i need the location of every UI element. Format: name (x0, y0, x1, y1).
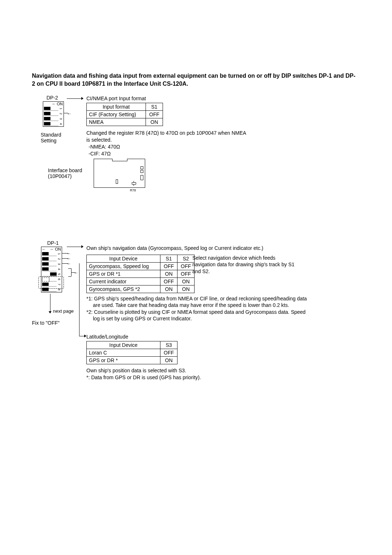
dp1-nav-title: Own ship's navigation data (Gyrocompass,… (86, 245, 263, 251)
page-content: Navigation data and fishing data input f… (32, 72, 359, 422)
dp1-nav-device-table: Input Device S1 S2 Gyrocompass, Sppeed l… (86, 255, 195, 293)
table-cell: Current indicator (87, 278, 160, 285)
standard-setting-label: Standard Setting (41, 132, 77, 143)
dp2-note-line: -CIF: 47Ω (86, 151, 111, 157)
table-cell: ON (177, 278, 195, 285)
table-cell: Loran C (87, 349, 160, 357)
interface-board-label: Interface board (10P0047) (48, 167, 95, 179)
latlon-notes: Own ship's position data is selected wit… (86, 367, 201, 381)
table-cell: OFF (160, 263, 177, 270)
dp1-label: DP-1 (47, 240, 59, 246)
intro-text: Navigation data and fishing data input f… (32, 72, 359, 88)
table-cell: ON (177, 285, 195, 293)
dp2-note-line: -NMEA: 470Ω (86, 144, 120, 150)
table-cell: NMEA (87, 118, 146, 126)
dp2-note-line: Changed the register R78 (47Ω) to 470Ω o… (86, 130, 246, 143)
table-cell: CIF (Factory Setting) (87, 111, 146, 118)
table-cell: OFF (160, 349, 177, 357)
table-header: S2 (177, 255, 195, 263)
table-header: S3 (160, 341, 177, 349)
table-cell: Gyrocompass, Sppeed log (87, 263, 160, 270)
dp2-label: DP-2 (46, 95, 58, 101)
next-page-label: next page (53, 308, 74, 314)
dip-on-marker: ON (43, 102, 64, 106)
r78-label: R78 (130, 189, 136, 192)
table-cell: ON (146, 118, 163, 126)
pcb-icon (94, 159, 145, 188)
dp2-input-format-table: Input format S1 CIF (Factory Setting) OF… (86, 103, 163, 126)
table-header: S1 (160, 255, 177, 263)
dp1-footnote-1: *1: GPS ship's speed/heading data from N… (86, 295, 311, 308)
dip-on-marker: →ON (41, 247, 62, 251)
dp1-footnote-2: *2: Courseline is plotted by using CIF o… (86, 309, 311, 322)
table-cell: ON (160, 357, 177, 364)
latlon-title: Latitude/Longitude (86, 334, 128, 340)
dotted-frame-icon (38, 276, 64, 289)
table-header: S1 (146, 103, 163, 111)
dip-switch-dp2: ON 1 2 3 4 (43, 101, 64, 127)
table-cell: ON (160, 285, 177, 293)
table-cell: Gyrocompass, GPS *2 (87, 285, 160, 293)
chevron-left-icon: ← (74, 270, 78, 275)
table-cell: OFF (177, 263, 195, 270)
table-header: Input format (87, 103, 146, 111)
table-header: Input Device (87, 255, 160, 263)
fix-to-off-label: Fix to "OFF" (32, 320, 60, 326)
chevron-left-icon: ← (67, 261, 71, 266)
dp1-latlon-table: Input Device S3 Loran C OFF GPS or DR * … (86, 341, 177, 364)
table-cell: ON (160, 270, 177, 278)
dp2-note: Changed the register R78 (47Ω) to 470Ω o… (86, 130, 246, 157)
dp2-port-title: CI/NMEA port Input format (86, 96, 146, 101)
dp2-section: DP-2 ON 1 2 3 4 ← Standard Setting CI/NM… (32, 95, 359, 218)
table-cell: GPS or DR *1 (87, 270, 160, 278)
latlon-note-line: Own ship's position data is selected wit… (86, 367, 201, 374)
table-header: Input Device (87, 341, 160, 349)
chevron-left-icon: ← (67, 256, 71, 261)
dp1-side-note: Select navigation device which feeds nav… (192, 255, 298, 275)
table-cell: OFF (146, 111, 163, 118)
chevron-left-icon: ← (67, 111, 72, 117)
dp1-footnotes: *1: GPS ship's speed/heading data from N… (86, 295, 311, 322)
table-cell: OFF (177, 270, 195, 278)
table-cell: GPS or DR * (87, 357, 160, 364)
dp1-section: DP-1 →ON 1 2 3 4 5 6 7 8 ← ← ← (32, 240, 359, 422)
table-cell: OFF (160, 278, 177, 285)
chevron-left-icon: ← (67, 251, 71, 256)
latlon-note-line: *: Data from GPS or DR is used (GPS has … (86, 374, 201, 381)
